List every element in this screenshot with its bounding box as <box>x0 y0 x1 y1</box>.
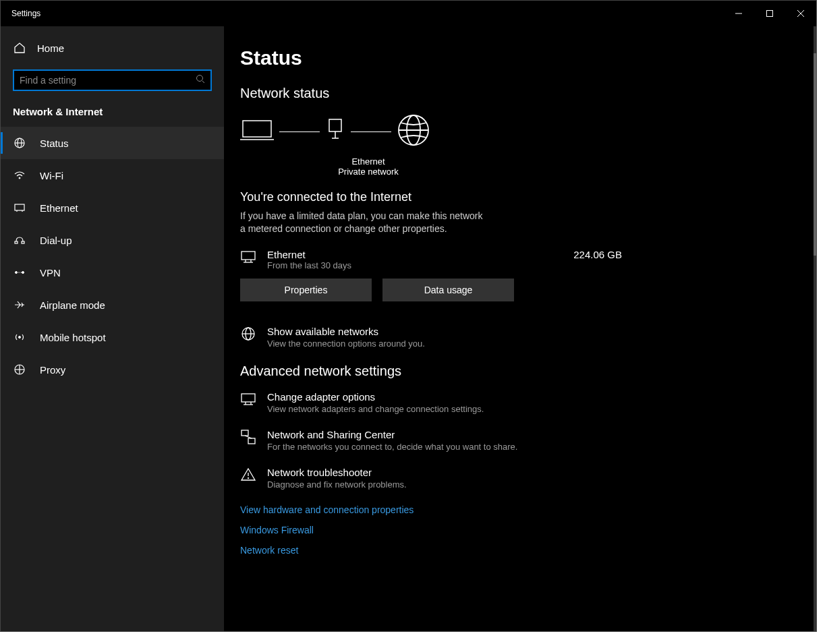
connected-description: If you have a limited data plan, you can… <box>240 210 490 235</box>
sharing-center[interactable]: Network and Sharing Center For the netwo… <box>240 429 635 452</box>
option-desc: View network adapters and change connect… <box>267 404 484 414</box>
vpn-icon <box>13 266 26 279</box>
section-header: Network & Internet <box>1 100 224 127</box>
sharing-icon <box>240 429 256 445</box>
diagram-caption: Ethernet Private network <box>328 156 409 177</box>
svg-line-5 <box>202 81 204 83</box>
search-input[interactable] <box>13 69 212 91</box>
sidebar: Home Network & Internet Status Wi-Fi <box>1 26 224 631</box>
option-title: Network and Sharing Center <box>267 429 517 440</box>
svg-rect-13 <box>15 241 18 243</box>
network-diagram <box>240 113 635 150</box>
ethernet-icon <box>13 201 26 214</box>
home-button[interactable]: Home <box>1 32 224 64</box>
sidebar-item-hotspot[interactable]: Mobile hotspot <box>1 321 224 353</box>
data-usage-button[interactable]: Data usage <box>382 279 514 301</box>
sidebar-item-label: Mobile hotspot <box>40 332 106 343</box>
svg-rect-14 <box>22 241 24 243</box>
svg-rect-10 <box>15 204 24 210</box>
svg-rect-22 <box>243 121 271 137</box>
properties-button[interactable]: Properties <box>240 279 372 301</box>
dialup-icon <box>13 233 26 247</box>
sidebar-item-label: Status <box>40 138 69 149</box>
window-title: Settings <box>1 9 40 18</box>
connection-row: Ethernet From the last 30 days 224.06 GB <box>240 249 635 270</box>
sidebar-item-dialup[interactable]: Dial-up <box>1 224 224 256</box>
maximize-button[interactable] <box>754 1 785 26</box>
computer-icon <box>240 117 274 146</box>
wifi-icon <box>13 169 26 182</box>
option-desc: Diagnose and fix network problems. <box>267 479 407 490</box>
internet-icon <box>397 113 430 150</box>
svg-point-45 <box>248 477 249 479</box>
close-button[interactable] <box>785 1 816 26</box>
data-usage-value: 224.06 GB <box>573 249 622 260</box>
sidebar-item-label: VPN <box>40 267 61 279</box>
sidebar-item-vpn[interactable]: VPN <box>1 256 224 289</box>
adapter-options[interactable]: Change adapter options View network adap… <box>240 391 635 414</box>
globe-icon <box>13 136 26 150</box>
sidebar-item-label: Wi-Fi <box>40 170 63 181</box>
home-label: Home <box>37 42 64 54</box>
connection-sub: From the last 30 days <box>267 260 563 270</box>
sidebar-item-wifi[interactable]: Wi-Fi <box>1 159 224 192</box>
svg-rect-1 <box>767 11 773 17</box>
main-content: Status Network status Ethernet Private n… <box>224 26 816 631</box>
svg-rect-41 <box>241 430 248 436</box>
minimize-button[interactable] <box>723 1 754 26</box>
adapter-icon <box>240 391 256 407</box>
sidebar-item-label: Ethernet <box>40 202 78 214</box>
sidebar-item-label: Dial-up <box>40 235 72 246</box>
option-title: Show available networks <box>267 326 425 337</box>
sidebar-item-label: Proxy <box>40 364 65 376</box>
sidebar-item-label: Airplane mode <box>40 299 105 311</box>
titlebar: Settings <box>1 1 816 26</box>
option-desc: For the networks you connect to, decide … <box>267 442 517 452</box>
option-title: Network troubleshooter <box>267 467 407 478</box>
svg-point-9 <box>19 177 20 179</box>
proxy-icon <box>13 363 26 376</box>
svg-rect-37 <box>241 394 255 402</box>
sidebar-item-proxy[interactable]: Proxy <box>1 353 224 386</box>
search-icon <box>196 74 205 86</box>
advanced-heading: Advanced network settings <box>240 363 635 379</box>
svg-rect-42 <box>248 438 255 444</box>
connected-heading: You're connected to the Internet <box>240 190 635 204</box>
connection-name: Ethernet <box>267 249 563 260</box>
reset-link[interactable]: Network reset <box>240 545 635 556</box>
option-desc: View the connection options around you. <box>267 339 425 349</box>
ethernet-icon <box>240 249 256 265</box>
svg-point-18 <box>19 336 21 339</box>
sidebar-item-airplane[interactable]: Airplane mode <box>1 289 224 321</box>
firewall-link[interactable]: Windows Firewall <box>240 525 635 535</box>
warning-icon <box>240 467 256 483</box>
troubleshooter[interactable]: Network troubleshooter Diagnose and fix … <box>240 467 635 490</box>
svg-rect-30 <box>241 252 255 260</box>
globe-icon <box>240 326 256 342</box>
airplane-icon <box>13 298 26 312</box>
scrollbar[interactable] <box>814 26 816 631</box>
hardware-link[interactable]: View hardware and connection properties <box>240 504 635 515</box>
option-title: Change adapter options <box>267 391 484 403</box>
search-field[interactable] <box>20 71 196 90</box>
page-title: Status <box>240 47 635 69</box>
home-icon <box>13 41 26 55</box>
svg-rect-24 <box>329 119 341 131</box>
hotspot-icon <box>13 330 26 344</box>
svg-point-4 <box>197 76 203 82</box>
router-icon <box>325 117 345 146</box>
svg-point-16 <box>22 272 24 274</box>
show-networks-option[interactable]: Show available networks View the connect… <box>240 326 635 349</box>
sidebar-item-status[interactable]: Status <box>1 127 224 159</box>
network-status-heading: Network status <box>240 86 635 101</box>
sidebar-item-ethernet[interactable]: Ethernet <box>1 192 224 224</box>
